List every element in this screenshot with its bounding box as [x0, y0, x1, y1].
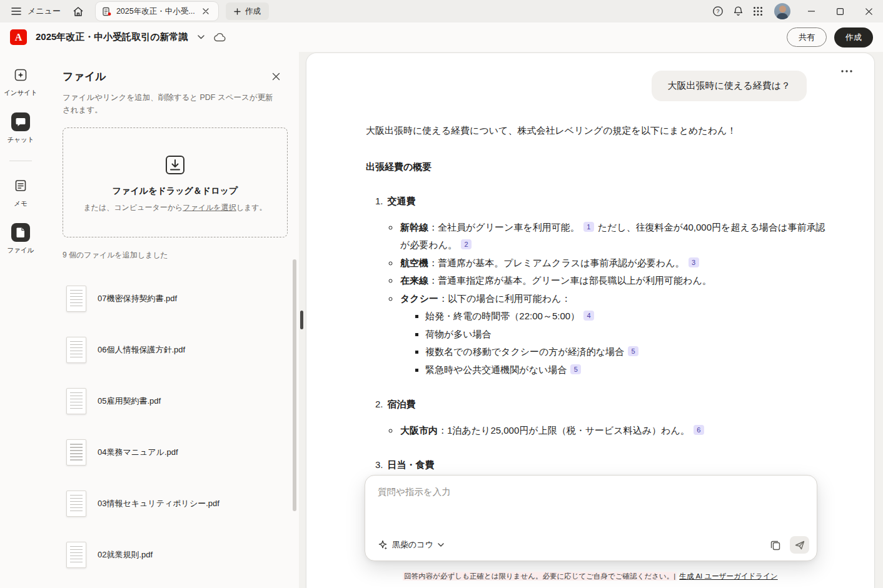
text-segment: ：普通車指定席が基本。グリーン車は部長職以上が利用可能わん。 — [428, 275, 712, 286]
document-tab[interactable]: 2025年改正・中小受... — [96, 2, 218, 21]
section-title: 宿泊費 — [388, 399, 416, 409]
files-count-text: 9 個のファイルを追加しました — [63, 250, 283, 261]
list-item: 複数名での移動でタクシーの方が経済的な場合5 — [425, 343, 832, 361]
rail-label: メモ — [14, 199, 28, 208]
chat-icon — [11, 112, 30, 131]
bold-term: 新幹線 — [400, 222, 428, 232]
cloud-status-button[interactable] — [209, 27, 230, 47]
help-button[interactable]: ? — [708, 1, 728, 21]
file-row[interactable]: 02就業規則.pdf — [66, 542, 283, 568]
pdf-thumbnail — [66, 388, 86, 414]
notifications-button[interactable] — [728, 1, 748, 21]
citation-chip[interactable]: 2 — [461, 239, 472, 249]
rail-label: チャット — [8, 136, 34, 144]
app-launcher-button[interactable] — [748, 1, 768, 21]
new-tab-create-button[interactable]: 作成 — [226, 2, 269, 20]
list-item: 大阪市内：1泊あたり25,000円が上限（税・サービス料込み）わん。6 — [399, 422, 832, 440]
file-row[interactable]: 04業務マニュアル.pdf — [66, 439, 283, 466]
dropzone-sub-prefix: または、コンピューターから — [83, 203, 183, 212]
rail-divider — [9, 161, 32, 161]
svg-text:?: ? — [716, 8, 719, 14]
chat-more-options-button[interactable] — [838, 63, 855, 77]
file-select-link[interactable]: ファイルを選択 — [183, 203, 236, 212]
citation-chip[interactable]: 5 — [570, 364, 581, 374]
window-titlebar: メニュー 2025年改正・中小受... — [0, 0, 883, 22]
titlebar-right: ? — [708, 0, 883, 22]
file-row[interactable]: 06個人情報保護方針.pdf — [66, 337, 283, 363]
assistant-selector[interactable]: 黒柴のコウ — [374, 537, 448, 553]
rail-item-insights[interactable]: インサイト — [4, 66, 38, 97]
pdf-thumbnail — [66, 542, 86, 568]
section-heading: 2.宿泊費 — [375, 396, 832, 414]
chat-area-wrapper: 大阪出張時に使える経費は？ 大阪出張時に使える経費について、株式会社レベリングの… — [299, 52, 883, 588]
window-maximize-button[interactable] — [825, 0, 854, 22]
section-title: 交通費 — [388, 196, 416, 206]
title-dropdown-button[interactable] — [193, 27, 209, 47]
response-section-transport: 1.交通費 新幹線：全社員がグリーン車を利用可能。1ただし、往復料金が40,00… — [375, 192, 832, 379]
chat-composer: 黒柴のコウ — [365, 475, 817, 561]
ai-guideline-link[interactable]: 生成 AI ユーザーガイドライン — [679, 572, 777, 580]
user-avatar[interactable] — [774, 3, 790, 19]
chat-thread: 大阪出張時に使える経費は？ 大阪出張時に使える経費について、株式会社レベリングの… — [306, 53, 874, 474]
panel-resize-handle[interactable] — [300, 311, 303, 329]
rail-label: ファイル — [8, 246, 34, 255]
files-panel-description: ファイルやリンクを追加、削除すると PDF スペースが更新されます。 — [63, 91, 280, 116]
share-button[interactable]: 共有 — [787, 27, 827, 47]
text-segment: 始発・終電の時間帯（22:00～5:00） — [425, 311, 580, 321]
text-segment: ：1泊あたり25,000円が上限（税・サービス料込み）わん。 — [438, 425, 690, 436]
assistant-response: 大阪出張時に使える経費について、株式会社レベリングの規定を以下にまとめたわん！ … — [366, 122, 832, 474]
text-segment: 荷物が多い場合 — [425, 329, 492, 339]
rail-item-notes[interactable]: メモ — [11, 176, 30, 208]
file-row[interactable]: 03情報セキュリティポリシー.pdf — [66, 491, 283, 517]
files-panel-close-button[interactable] — [270, 70, 283, 83]
file-name: 02就業規則.pdf — [98, 549, 153, 561]
rail-item-files[interactable]: ファイル — [8, 223, 34, 255]
file-dropzone[interactable]: ファイルをドラッグ＆ドロップ または、コンピューターからファイルを選択します。 — [63, 127, 288, 237]
send-button[interactable] — [790, 536, 809, 554]
files-panel-title: ファイル — [63, 69, 106, 84]
help-icon: ? — [712, 6, 724, 17]
hamburger-menu-button[interactable] — [6, 1, 26, 21]
response-section-lodging: 2.宿泊費 大阪市内：1泊あたり25,000円が上限（税・サービス料込み）わん。… — [375, 396, 832, 439]
file-name: 05雇用契約書.pdf — [98, 396, 161, 407]
cloud-icon — [213, 33, 226, 42]
copy-icon — [770, 539, 781, 551]
composer-toolbar: 黒柴のコウ — [374, 536, 809, 554]
citation-chip[interactable]: 4 — [583, 311, 594, 321]
text-segment: 複数名での移動でタクシーの方が経済的な場合 — [425, 346, 624, 357]
section-heading: 3.日当・食費 — [375, 456, 832, 474]
chevron-down-icon — [198, 35, 204, 39]
file-row[interactable]: 05雇用契約書.pdf — [66, 388, 283, 414]
bell-icon — [733, 6, 744, 17]
pdf-thumbnail — [66, 286, 86, 312]
acrobat-logo-icon: A — [10, 29, 27, 45]
file-name: 03情報セキュリティポリシー.pdf — [98, 498, 219, 509]
response-section-allowance: 3.日当・食費 — [375, 456, 832, 474]
copy-prompt-button[interactable] — [769, 538, 782, 552]
window-minimize-button[interactable] — [797, 0, 825, 22]
ellipsis-icon — [840, 69, 853, 73]
chat-input[interactable] — [365, 476, 817, 531]
citation-chip[interactable]: 6 — [694, 425, 704, 435]
list-item: 始発・終電の時間帯（22:00～5:00）4 — [425, 307, 832, 326]
files-scrollbar-thumb[interactable] — [293, 259, 296, 511]
create-button[interactable]: 作成 — [834, 27, 873, 47]
citation-chip[interactable]: 5 — [628, 346, 638, 356]
list-item: 在来線：普通車指定席が基本。グリーン車は部長職以上が利用可能わん。 — [399, 272, 832, 290]
maximize-icon — [837, 8, 844, 15]
window-close-button[interactable] — [854, 0, 883, 22]
file-row[interactable]: 07機密保持契約書.pdf — [66, 286, 283, 312]
close-icon — [865, 8, 872, 15]
user-message-row: 大阪出張時に使える経費は？ — [366, 71, 832, 101]
grid-icon — [753, 6, 763, 16]
section-number: 2. — [375, 399, 383, 409]
citation-chip[interactable]: 3 — [689, 257, 699, 267]
ai-disclaimer: 回答内容が必ずしも正確とは限りません。必要に応じてご自身でご確認ください。|生成… — [306, 572, 874, 581]
rail-item-chat[interactable]: チャット — [8, 112, 34, 144]
citation-chip[interactable]: 1 — [583, 222, 594, 232]
sub-bullet-list: 始発・終電の時間帯（22:00～5:00）4 荷物が多い場合 複数名での移動でタ… — [400, 307, 832, 379]
tab-close-button[interactable] — [200, 6, 211, 17]
text-segment: ：普通席が基本。プレミアムクラスは事前承認が必要わん。 — [428, 257, 685, 268]
home-button[interactable] — [68, 1, 88, 21]
acrobat-app: メニュー 2025年改正・中小受... — [0, 0, 883, 588]
